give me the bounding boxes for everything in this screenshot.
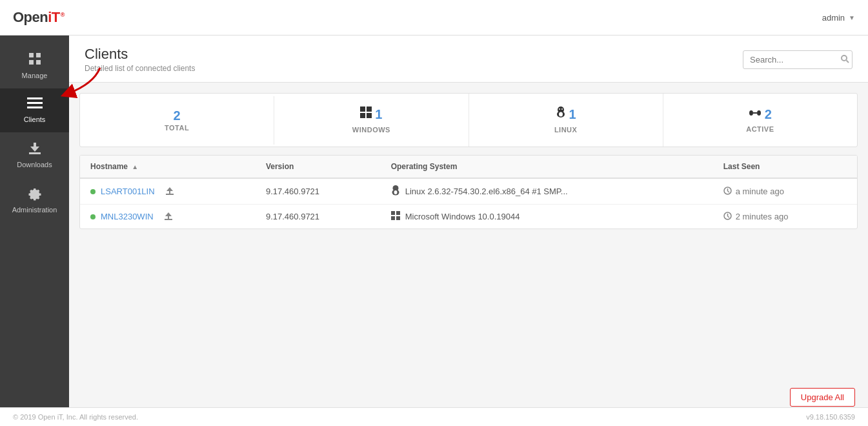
svg-point-18 [559, 112, 563, 117]
clock-icon [723, 187, 732, 197]
upload-icon [165, 186, 174, 197]
main-layout: Manage Clients Downl [0, 36, 868, 407]
svg-rect-22 [757, 110, 761, 116]
svg-rect-21 [749, 110, 753, 116]
svg-rect-34 [168, 216, 169, 219]
stat-linux-number: 1 [569, 108, 576, 121]
col-hostname[interactable]: Hostname ▲ [80, 156, 256, 178]
hostname-cell: LSART001LIN [80, 178, 256, 205]
manage-label: Manage [22, 72, 48, 79]
os-name: Microsoft Windows 10.0.19044 [405, 212, 520, 221]
sidebar-item-downloads[interactable]: Downloads [0, 132, 69, 178]
sidebar-item-manage[interactable]: Manage [0, 42, 69, 88]
page-title: Clients [85, 46, 195, 63]
stat-active[interactable]: 2 ACTIVE [663, 94, 857, 146]
svg-rect-14 [360, 113, 365, 118]
clients-table: Hostname ▲ Version Operating System Last… [80, 156, 857, 228]
page-subtitle: Detailed list of connected clients [85, 64, 195, 73]
stats-container: 2 TOTAL 1 WIND [79, 93, 858, 147]
svg-marker-33 [165, 212, 172, 216]
administration-label: Administration [12, 206, 57, 214]
stat-windows[interactable]: 1 WINDOWS [274, 94, 469, 147]
footer: © 2019 Open iT, Inc. All rights reserved… [0, 407, 868, 426]
table-container: Hostname ▲ Version Operating System Last… [79, 155, 858, 229]
col-lastseen[interactable]: Last Seen [713, 156, 857, 178]
version-cell: 9.17.460.9721 [256, 205, 381, 229]
linux-os-icon [556, 107, 566, 121]
status-dot [90, 189, 96, 194]
svg-rect-4 [27, 97, 43, 99]
top-header: OpeniT® admin ▼ [0, 0, 868, 36]
hostname-link[interactable]: MNL3230WIN [101, 212, 154, 221]
clients-label: Clients [24, 116, 46, 123]
stat-total-number: 2 [174, 109, 181, 122]
svg-rect-9 [29, 152, 41, 154]
user-menu[interactable]: admin ▼ [822, 13, 855, 23]
svg-rect-36 [391, 211, 395, 215]
svg-marker-24 [167, 187, 173, 191]
stat-active-icon-row: 2 [749, 107, 772, 121]
downloads-icon [28, 141, 42, 158]
stat-linux-icon-row: 1 [556, 107, 576, 121]
svg-rect-13 [367, 107, 372, 112]
svg-point-10 [842, 56, 847, 61]
sidebar-item-administration[interactable]: Administration [0, 178, 69, 223]
os-icon [391, 185, 400, 198]
hostname-link[interactable]: LSART001LIN [101, 187, 155, 196]
upload-icon [164, 211, 173, 222]
lastseen-cell: a minute ago [713, 178, 857, 205]
upgrade-all-button[interactable]: Upgrade All [790, 388, 855, 407]
hostname-cell: MNL3230WIN [80, 205, 256, 229]
svg-point-19 [559, 108, 560, 110]
lastseen-text: a minute ago [736, 187, 784, 196]
col-os[interactable]: Operating System [381, 156, 713, 178]
stat-windows-label: WINDOWS [352, 126, 390, 134]
svg-line-11 [847, 60, 849, 63]
os-cell: Linux 2.6.32-754.30.2.el6.x86_64 #1 SMP.… [381, 178, 713, 205]
svg-rect-12 [360, 107, 365, 112]
col-version[interactable]: Version [256, 156, 381, 178]
svg-rect-2 [29, 60, 34, 65]
user-menu-caret: ▼ [849, 14, 855, 21]
search-icon [840, 54, 849, 65]
svg-rect-26 [166, 194, 174, 195]
content-area: Clients Detailed list of connected clien… [69, 36, 868, 407]
active-link-icon [749, 107, 762, 121]
logo-text: OpeniT® [13, 9, 65, 26]
lastseen-cell: 2 minutes ago [713, 205, 857, 229]
windows-os-icon [360, 107, 372, 121]
svg-marker-7 [30, 147, 39, 152]
stat-linux[interactable]: 1 LINUX [469, 94, 663, 147]
svg-rect-5 [27, 102, 43, 104]
page-header: Clients Detailed list of connected clien… [69, 36, 868, 83]
stat-total[interactable]: 2 TOTAL [80, 96, 274, 145]
stat-active-label: ACTIVE [746, 125, 774, 133]
logo: OpeniT® [13, 9, 65, 26]
svg-rect-1 [36, 53, 41, 57]
stat-active-number: 2 [765, 108, 772, 121]
svg-line-42 [727, 216, 729, 218]
svg-rect-3 [36, 60, 41, 65]
os-name: Linux 2.6.32-754.30.2.el6.x86_64 #1 SMP.… [405, 187, 568, 196]
table-row: MNL3230WIN 9.17.460.9721Microsoft Window… [80, 205, 857, 229]
lastseen-text: 2 minutes ago [736, 212, 789, 221]
content-spacer [69, 239, 868, 407]
stat-total-label: TOTAL [165, 124, 189, 132]
page-title-block: Clients Detailed list of connected clien… [85, 46, 195, 73]
footer-version: v9.18.150.6359 [806, 413, 855, 421]
stat-windows-icon-row: 1 [360, 107, 382, 121]
svg-rect-38 [391, 216, 395, 220]
svg-rect-0 [29, 53, 34, 57]
search-box[interactable] [743, 50, 853, 69]
version-cell: 9.17.460.9721 [256, 178, 381, 205]
svg-rect-15 [367, 113, 372, 118]
search-input[interactable] [750, 55, 840, 65]
svg-rect-39 [396, 216, 400, 220]
downloads-label: Downloads [17, 161, 52, 168]
stat-windows-number: 1 [375, 108, 382, 121]
stat-linux-label: LINUX [554, 126, 578, 134]
manage-icon [27, 51, 43, 69]
logo-highlight: iT [48, 9, 60, 25]
sidebar-item-clients[interactable]: Clients [0, 88, 69, 132]
logo-trademark: ® [61, 12, 65, 18]
